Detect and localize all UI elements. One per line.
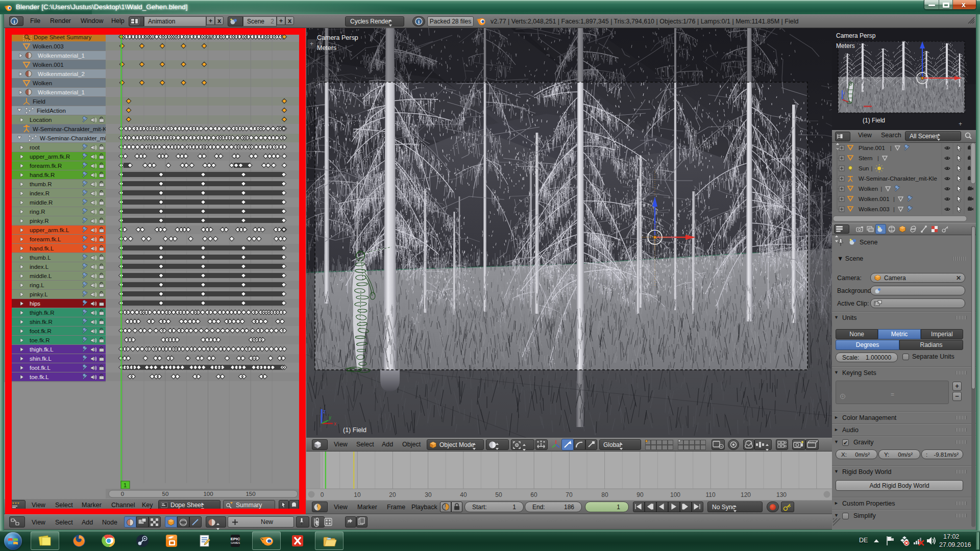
svg-text:i: i <box>13 18 15 24</box>
svg-text:10: 10 <box>354 491 361 498</box>
svg-text:130: 130 <box>776 491 787 498</box>
svg-text:Wolken: Wolken <box>859 186 878 192</box>
svg-text:|: | <box>880 186 882 192</box>
svg-text:110: 110 <box>705 491 715 498</box>
svg-text:20: 20 <box>389 491 396 498</box>
svg-text:Plane.001: Plane.001 <box>859 145 885 151</box>
svg-text:|: | <box>890 145 892 151</box>
svg-text:100: 100 <box>670 491 680 498</box>
svg-text:Camera Persp: Camera Persp <box>836 32 876 39</box>
svg-text:Wolken.001: Wolken.001 <box>859 196 890 202</box>
svg-text:50: 50 <box>495 491 502 498</box>
svg-text:EPIC: EPIC <box>231 537 240 541</box>
svg-text:|: | <box>871 165 873 171</box>
svg-text:70: 70 <box>566 491 573 498</box>
svg-text:y: y <box>329 415 331 420</box>
svg-text:120: 120 <box>741 491 751 498</box>
svg-text:30: 30 <box>425 491 432 498</box>
svg-text:Wolken.003: Wolken.003 <box>859 206 890 212</box>
svg-text:|: | <box>893 196 895 202</box>
svg-text:Sun: Sun <box>859 165 869 171</box>
svg-text:Meters: Meters <box>317 44 336 52</box>
svg-text:x: x <box>334 421 336 427</box>
svg-text:Meters: Meters <box>836 42 855 49</box>
svg-text:i: i <box>418 18 420 24</box>
svg-text:W-Seminar-Charakter_mit-Kle: W-Seminar-Charakter_mit-Kle <box>859 176 937 182</box>
svg-text:40: 40 <box>460 491 467 498</box>
svg-text:(1) Field: (1) Field <box>863 117 885 124</box>
svg-text:GAMES: GAMES <box>231 541 240 544</box>
svg-text:|: | <box>877 155 879 161</box>
svg-text:(1) Field: (1) Field <box>343 427 366 434</box>
svg-text:z: z <box>843 91 845 95</box>
svg-text:+: + <box>310 40 314 47</box>
svg-text:Stern: Stern <box>859 155 873 161</box>
svg-text:+: + <box>959 120 962 128</box>
svg-text:0: 0 <box>321 491 324 498</box>
svg-text:z: z <box>323 409 326 414</box>
svg-text:80: 80 <box>601 491 608 498</box>
svg-text:60: 60 <box>530 491 537 498</box>
svg-text:Camera Persp: Camera Persp <box>317 34 358 41</box>
svg-text:|: | <box>893 206 895 212</box>
svg-text:90: 90 <box>636 491 644 498</box>
